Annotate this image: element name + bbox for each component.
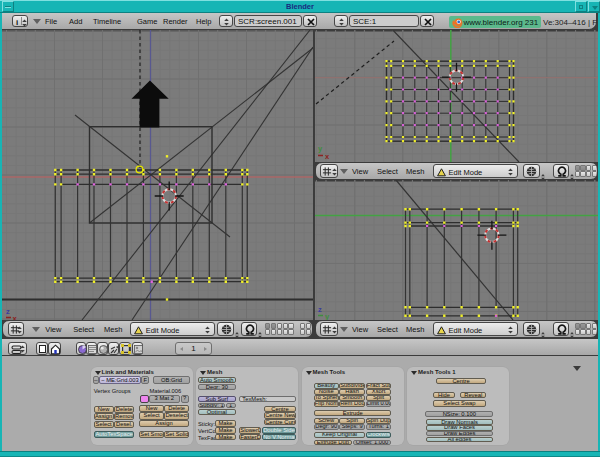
svg-text:z: z xyxy=(318,305,322,314)
svg-text:z: z xyxy=(6,307,10,316)
